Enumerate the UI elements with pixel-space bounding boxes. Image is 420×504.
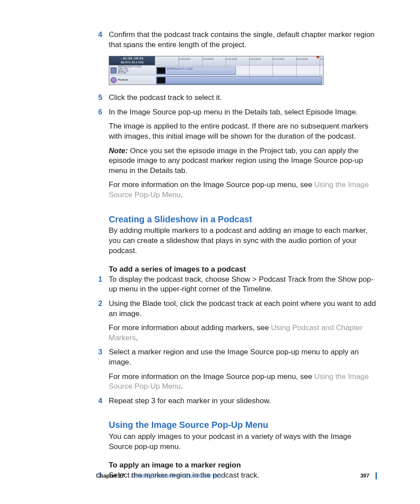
step-number: 2: [98, 299, 102, 309]
footer-page-number: 397: [360, 472, 369, 480]
footer-title: Creating Podcasts in Soundtrack Pro: [131, 472, 361, 480]
step-number: 5: [98, 93, 102, 103]
step-number: 6: [98, 107, 102, 118]
podcast-marker-region: [156, 76, 322, 85]
step-text: To display the podcast track, choose Sho…: [109, 275, 373, 294]
page: 4 Confirm that the podcast track contain…: [0, 0, 420, 504]
note-text: Once you set the episode image in the Pr…: [109, 147, 363, 175]
text: For more information about adding marker…: [109, 324, 271, 332]
step-6-para-1: The image is applied to the entire podca…: [109, 121, 377, 141]
step-4: 4 Confirm that the podcast track contain…: [109, 30, 377, 50]
step-number: 3: [98, 347, 102, 357]
step-text: Click the podcast track to select it.: [109, 93, 222, 102]
video-track-icon: [111, 67, 117, 74]
figure-top: - 01:01:19:21 BEATS 40.4.948 01:00:30:00…: [109, 56, 323, 65]
timecode-value: - 01:01:19:21: [109, 57, 155, 61]
video-track-meta: SOPR-test.mov Tr. 1 (ch1) 1280 x 720 00:…: [118, 66, 141, 74]
timeline-ruler: 01:00:30:00 01:00:45:00 01:01:00:00 01:0…: [155, 56, 323, 65]
podcast-track-icon: [111, 77, 117, 83]
heading-image-source: Using the Image Source Pop-Up Menu: [109, 419, 377, 431]
step-5: 5 Click the podcast track to select it.: [109, 93, 377, 103]
page-footer: Chapter 17 Creating Podcasts in Soundtra…: [96, 472, 377, 479]
slideshow-step-1: 1 To display the podcast track, choose S…: [109, 275, 377, 294]
footer-chapter: Chapter 17: [96, 472, 125, 480]
task-heading-image-source: To apply an image to a marker region: [109, 460, 377, 471]
video-track-header: SOPR-test.mov Tr. 1 (ch1) 1280 x 720 00:…: [109, 66, 155, 75]
playhead-icon: [316, 56, 320, 59]
text: For more information on the Image Source…: [109, 180, 314, 189]
step-text: Confirm that the podcast track contains …: [109, 30, 375, 49]
step-6-para-3: For more information on the Image Source…: [109, 180, 377, 200]
step-number: 4: [98, 30, 102, 40]
text: .: [181, 382, 183, 390]
task-heading-slideshow: To add a series of images to a podcast: [109, 265, 377, 275]
ruler-label: 01:01:15:00: [249, 58, 261, 61]
video-clip-label: SOPR-test.mov Tr. 1 (ch1): [167, 67, 193, 70]
ruler-label: 01:01:00:00: [225, 58, 237, 61]
ruler-label: 01:02:00:00: [320, 58, 323, 61]
timeline-screenshot: - 01:01:19:21 BEATS 40.4.948 01:00:30:00…: [109, 56, 324, 85]
podcast-track-row: Podcast: [109, 75, 323, 85]
image-source-intro: You can apply images to your podcast in …: [109, 432, 377, 452]
podcast-track-title: Podcast: [118, 78, 128, 82]
step-text: Select a marker region and use the Image…: [109, 348, 359, 366]
step-text: Repeat step 3 for each marker in your sl…: [109, 397, 271, 405]
podcast-track-body: [155, 75, 323, 85]
slideshow-step-2: 2 Using the Blade tool, click the podcas…: [109, 299, 377, 343]
video-track-body: SOPR-test.mov Tr. 1 (ch1): [155, 66, 323, 75]
slideshow-step-4: 4 Repeat step 3 for each marker in your …: [109, 396, 377, 406]
timecode-counter: - 01:01:19:21 BEATS 40.4.948: [109, 56, 155, 65]
step-number: 1: [98, 275, 102, 285]
step-text: Using the Blade tool, click the podcast …: [109, 299, 376, 318]
ruler-label: 01:01:30:00: [273, 58, 284, 61]
ruler-label: 01:00:45:00: [202, 58, 214, 61]
note-label: Note:: [109, 147, 128, 155]
slideshow-intro: By adding multiple markers to a podcast …: [109, 226, 377, 256]
video-clip: SOPR-test.mov Tr. 1 (ch1): [156, 66, 236, 75]
slideshow-step-3-after: For more information on the Image Source…: [109, 372, 377, 392]
step-6-note: Note: Once you set the episode image in …: [109, 146, 377, 176]
text: .: [136, 334, 138, 342]
ruler-label: 01:01:45:00: [296, 58, 308, 61]
podcast-track-header: Podcast: [109, 75, 155, 85]
text: .: [181, 191, 183, 199]
step-text: In the Image Source pop-up menu in the D…: [109, 108, 358, 116]
ruler-label: 01:00:30:00: [178, 58, 190, 61]
slideshow-step-2-after: For more information about adding marker…: [109, 323, 377, 343]
slideshow-step-3: 3 Select a marker region and use the Ima…: [109, 347, 377, 391]
step-number: 4: [98, 396, 102, 406]
step-6: 6 In the Image Source pop-up menu in the…: [109, 107, 377, 200]
timecode-sub: BEATS 40.4.948: [109, 61, 155, 64]
video-track-row: SOPR-test.mov Tr. 1 (ch1) 1280 x 720 00:…: [109, 65, 323, 75]
text: For more information on the Image Source…: [109, 372, 314, 381]
heading-slideshow: Creating a Slideshow in a Podcast: [109, 213, 377, 225]
figure-rows: SOPR-test.mov Tr. 1 (ch1) 1280 x 720 00:…: [109, 65, 323, 85]
